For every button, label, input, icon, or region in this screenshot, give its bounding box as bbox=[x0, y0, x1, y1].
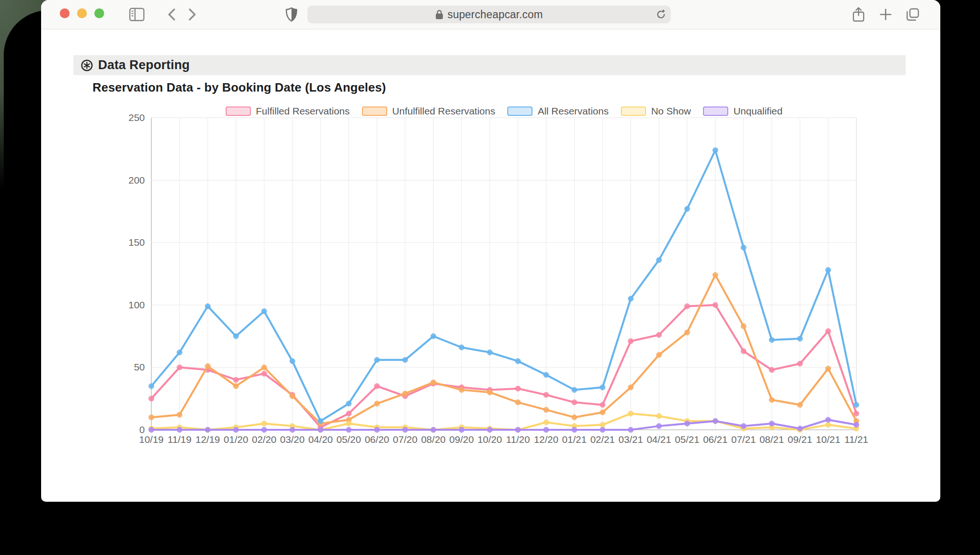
data-point[interactable] bbox=[318, 419, 323, 424]
data-point[interactable] bbox=[854, 422, 859, 427]
data-point[interactable] bbox=[346, 411, 351, 416]
data-point[interactable] bbox=[403, 427, 408, 432]
data-point[interactable] bbox=[544, 372, 549, 377]
data-point[interactable] bbox=[713, 272, 718, 278]
data-point[interactable] bbox=[177, 365, 182, 370]
data-point[interactable] bbox=[713, 419, 718, 424]
data-point[interactable] bbox=[769, 421, 774, 426]
data-point[interactable] bbox=[177, 427, 182, 432]
data-point[interactable] bbox=[403, 357, 408, 363]
data-point[interactable] bbox=[431, 427, 436, 432]
data-point[interactable] bbox=[572, 400, 577, 405]
data-point[interactable] bbox=[685, 206, 690, 212]
data-point[interactable] bbox=[374, 427, 379, 432]
data-point[interactable] bbox=[797, 336, 802, 341]
data-point[interactable] bbox=[149, 396, 154, 401]
data-point[interactable] bbox=[262, 365, 267, 370]
data-point[interactable] bbox=[628, 411, 633, 416]
data-point[interactable] bbox=[797, 402, 802, 407]
data-point[interactable] bbox=[459, 387, 464, 392]
data-point[interactable] bbox=[234, 384, 239, 389]
data-point[interactable] bbox=[205, 427, 210, 432]
data-point[interactable] bbox=[685, 421, 690, 426]
data-point[interactable] bbox=[797, 361, 802, 366]
data-point[interactable] bbox=[262, 421, 267, 426]
data-point[interactable] bbox=[431, 334, 436, 339]
data-point[interactable] bbox=[741, 245, 746, 250]
data-point[interactable] bbox=[572, 387, 577, 392]
data-point[interactable] bbox=[177, 350, 182, 355]
data-point[interactable] bbox=[459, 345, 464, 350]
data-point[interactable] bbox=[854, 402, 859, 407]
data-point[interactable] bbox=[656, 352, 661, 357]
data-point[interactable] bbox=[685, 330, 690, 335]
data-point[interactable] bbox=[149, 415, 154, 420]
data-point[interactable] bbox=[825, 422, 831, 427]
data-point[interactable] bbox=[346, 421, 351, 426]
data-point[interactable] bbox=[628, 296, 633, 301]
data-point[interactable] bbox=[713, 148, 718, 153]
data-point[interactable] bbox=[572, 415, 577, 420]
data-point[interactable] bbox=[487, 390, 492, 395]
data-point[interactable] bbox=[656, 332, 661, 337]
data-point[interactable] bbox=[600, 422, 605, 427]
chart-canvas[interactable]: 05010015020025010/1911/1912/1901/2002/20… bbox=[41, 0, 940, 473]
data-point[interactable] bbox=[234, 334, 239, 339]
data-point[interactable] bbox=[600, 427, 605, 432]
data-point[interactable] bbox=[825, 328, 831, 334]
data-point[interactable] bbox=[262, 371, 267, 376]
data-point[interactable] bbox=[600, 402, 605, 407]
data-point[interactable] bbox=[290, 358, 295, 363]
data-point[interactable] bbox=[487, 427, 492, 432]
data-point[interactable] bbox=[544, 420, 549, 425]
data-point[interactable] bbox=[656, 413, 661, 419]
data-point[interactable] bbox=[149, 427, 154, 432]
data-point[interactable] bbox=[374, 357, 379, 363]
data-point[interactable] bbox=[318, 427, 323, 432]
data-point[interactable] bbox=[262, 427, 267, 432]
data-point[interactable] bbox=[346, 427, 351, 432]
data-point[interactable] bbox=[769, 397, 774, 402]
data-point[interactable] bbox=[177, 412, 182, 417]
data-point[interactable] bbox=[346, 401, 351, 406]
data-point[interactable] bbox=[431, 380, 436, 385]
data-point[interactable] bbox=[600, 385, 605, 390]
data-point[interactable] bbox=[515, 400, 520, 405]
data-point[interactable] bbox=[741, 349, 746, 354]
data-point[interactable] bbox=[515, 386, 520, 391]
data-point[interactable] bbox=[459, 427, 464, 432]
data-point[interactable] bbox=[769, 367, 774, 372]
data-point[interactable] bbox=[544, 392, 549, 398]
data-point[interactable] bbox=[403, 391, 408, 396]
data-point[interactable] bbox=[572, 427, 577, 432]
data-point[interactable] bbox=[741, 324, 746, 329]
data-point[interactable] bbox=[825, 417, 831, 422]
data-point[interactable] bbox=[544, 407, 549, 413]
data-point[interactable] bbox=[628, 385, 633, 390]
data-point[interactable] bbox=[234, 377, 239, 383]
data-point[interactable] bbox=[741, 423, 746, 428]
data-point[interactable] bbox=[149, 384, 154, 389]
data-point[interactable] bbox=[769, 337, 774, 342]
data-point[interactable] bbox=[262, 309, 267, 314]
data-point[interactable] bbox=[854, 411, 859, 416]
data-point[interactable] bbox=[515, 358, 520, 363]
data-point[interactable] bbox=[205, 304, 210, 309]
data-point[interactable] bbox=[600, 410, 605, 415]
data-point[interactable] bbox=[515, 427, 520, 432]
data-point[interactable] bbox=[374, 384, 379, 389]
data-point[interactable] bbox=[656, 423, 661, 428]
data-point[interactable] bbox=[487, 350, 492, 355]
data-point[interactable] bbox=[825, 366, 831, 371]
data-point[interactable] bbox=[656, 257, 661, 263]
data-point[interactable] bbox=[797, 426, 802, 431]
data-point[interactable] bbox=[628, 427, 633, 432]
data-point[interactable] bbox=[374, 401, 379, 406]
data-point[interactable] bbox=[544, 427, 549, 432]
data-point[interactable] bbox=[685, 304, 690, 309]
data-point[interactable] bbox=[713, 302, 718, 307]
data-point[interactable] bbox=[290, 393, 295, 398]
data-point[interactable] bbox=[825, 267, 831, 272]
data-point[interactable] bbox=[290, 427, 295, 432]
data-point[interactable] bbox=[234, 427, 239, 432]
